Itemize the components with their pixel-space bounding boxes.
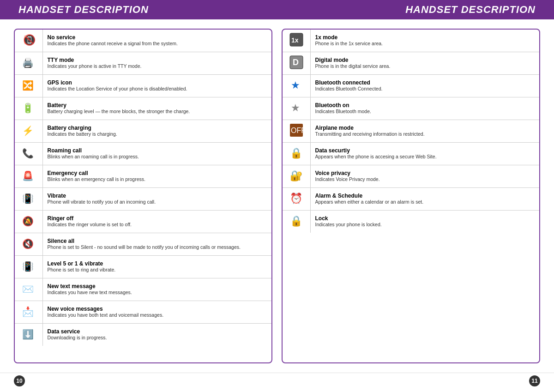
table-row: 🔇Silence allPhone is set to Silent - no … <box>15 233 271 256</box>
item-title: TTY mode <box>48 57 267 63</box>
item-desc: Indicates you have new text messages. <box>48 289 267 296</box>
item-desc: Indicates the Location Service of your p… <box>48 86 267 92</box>
item-text-ringer-off: Ringer offIndicates the ringer volume is… <box>42 211 271 233</box>
item-title: Alarm & Schedule <box>315 193 535 199</box>
right-page-number: 11 <box>529 375 540 386</box>
ringer-off-icon: 🔕 <box>15 211 42 233</box>
item-desc: Blinks when an roaming call is in progre… <box>48 154 267 160</box>
item-desc: Indicates Voice Privacy mode. <box>315 176 535 183</box>
item-title: New text message <box>48 283 267 289</box>
no-service-icon: 📵 <box>15 30 42 52</box>
table-row: ★Bluetooth connectedIndicates Bluetooth … <box>283 75 539 97</box>
svg-text:⚡: ⚡ <box>22 125 34 136</box>
item-text-silence-all: Silence allPhone is set to Silent - no s… <box>42 233 271 256</box>
table-row: 🔕Ringer offIndicates the ringer volume i… <box>15 211 271 233</box>
item-desc: Downloading is in progress. <box>48 335 267 341</box>
vibrate-icon: 📳 <box>15 188 42 211</box>
item-desc: Appears when the phone is accesing a sec… <box>315 154 535 160</box>
bt-connected-icon: ★ <box>283 75 310 97</box>
table-row: OFF Airplane modeTransmitting and receiv… <box>283 120 539 143</box>
item-text-new-voice: New voice messagesIndicates you have bot… <box>42 301 271 324</box>
svg-text:⬇️: ⬇️ <box>22 329 34 340</box>
item-title: Battery <box>48 102 267 109</box>
table-row: ★Bluetooth onIndicates Bluetooth mode. <box>283 97 539 120</box>
item-desc: Indicates you have both text and voicema… <box>48 312 267 319</box>
item-text-data-security: Data securtiyAppears when the phone is a… <box>310 143 539 165</box>
item-desc: Phone is in the 1x service area. <box>315 41 535 47</box>
item-title: Silence all <box>48 238 267 244</box>
item-desc: Battery charging level — the more blocks… <box>48 109 267 115</box>
text-msg-icon: ✉️ <box>15 278 42 301</box>
item-text-battery: BatteryBattery charging level — the more… <box>42 97 271 120</box>
tty-icon: 🖨️ <box>15 52 42 75</box>
svg-text:🔇: 🔇 <box>22 238 34 249</box>
item-desc: Phone is set to ring and vibrate. <box>48 267 267 273</box>
item-text-emergency-call: Emergency callBlinks when an emergency c… <box>42 165 271 188</box>
battery-charging-icon: ⚡ <box>15 120 42 143</box>
right-header-title: HANDSET DESCRIPTION <box>405 4 536 16</box>
voice-privacy-icon: 🔐 <box>283 165 310 188</box>
item-title: Bluetooth connected <box>315 79 535 86</box>
table-row: ✉️New text messageIndicates you have new… <box>15 278 271 301</box>
svg-text:✉️: ✉️ <box>22 283 34 295</box>
item-title: GPS icon <box>48 79 267 86</box>
roaming-icon: 📞 <box>15 143 42 165</box>
item-text-1x-mode: 1x modePhone is in the 1x service area. <box>310 30 539 52</box>
item-title: Digital mode <box>315 57 535 63</box>
table-row: 🚨Emergency callBlinks when an emergency … <box>15 165 271 188</box>
table-row: 📵 No serviceIndicates the phone cannot r… <box>15 30 271 52</box>
svg-text:📵: 📵 <box>23 34 36 46</box>
silence-icon: 🔇 <box>15 233 42 256</box>
item-title: Battery charging <box>48 125 267 131</box>
table-row: 🔀GPS iconIndicates the Location Service … <box>15 75 271 97</box>
emergency-icon: 🚨 <box>15 165 42 188</box>
table-row: 1x 1x modePhone is in the 1x service are… <box>283 30 539 52</box>
left-header-title: HANDSET DESCRIPTION <box>18 4 149 16</box>
content-area: 📵 No serviceIndicates the phone cannot r… <box>0 19 554 373</box>
1x-icon: 1x <box>283 30 310 52</box>
item-title: Data service <box>48 328 267 335</box>
item-desc: Indicates the ringer volume is set to of… <box>48 222 267 228</box>
table-row: ⚡Battery chargingIndicates the battery i… <box>15 120 271 143</box>
item-text-new-text: New text messageIndicates you have new t… <box>42 278 271 301</box>
item-text-airplane-mode: Airplane modeTransmitting and receiving … <box>310 120 539 143</box>
digital-icon: D <box>283 52 310 75</box>
item-title: Airplane mode <box>315 125 535 131</box>
svg-text:★: ★ <box>291 79 300 91</box>
table-row: ⬇️Data serviceDownloading is in progress… <box>15 324 271 346</box>
item-desc: Indicates Bluetooth mode. <box>315 109 535 115</box>
table-row: 📩New voice messagesIndicates you have bo… <box>15 301 271 324</box>
voice-msg-icon: 📩 <box>15 301 42 324</box>
item-desc: Indicates the phone cannot receive a sig… <box>48 41 267 47</box>
item-text-no-service: No serviceIndicates the phone cannot rec… <box>42 30 271 52</box>
svg-text:📩: 📩 <box>22 306 34 317</box>
left-icon-table: 📵 No serviceIndicates the phone cannot r… <box>15 30 271 346</box>
item-desc: Phone is in the digital service area. <box>315 63 535 70</box>
item-text-battery-charging: Battery chargingIndicates the battery is… <box>42 120 271 143</box>
item-title: Data securtiy <box>315 147 535 154</box>
left-panel: 📵 No serviceIndicates the phone cannot r… <box>14 29 272 363</box>
item-desc: Appears when either a calendar or an ala… <box>315 199 535 205</box>
item-title: No service <box>48 34 267 41</box>
item-desc: Transmitting and receiving information i… <box>315 131 535 138</box>
gps-icon: 🔀 <box>15 75 42 97</box>
item-title: Ringer off <box>48 215 267 222</box>
item-text-digital-mode: Digital modePhone is in the digital serv… <box>310 52 539 75</box>
item-desc: Indicates your phone is locked. <box>315 222 535 228</box>
item-text-roaming-call: Roaming callBlinks when an roaming call … <box>42 143 271 165</box>
item-title: Emergency call <box>48 170 267 176</box>
item-desc: Phone will vibrate to notify you of an i… <box>48 199 267 205</box>
table-row: 🖨️TTY modeIndicates your phone is active… <box>15 52 271 75</box>
item-text-voice-privacy: Voice privacyIndicates Voice Privacy mod… <box>310 165 539 188</box>
table-row: 🔐Voice privacyIndicates Voice Privacy mo… <box>283 165 539 188</box>
item-text-vibrate: VibratePhone will vibrate to notify you … <box>42 188 271 211</box>
table-row: D Digital modePhone is in the digital se… <box>283 52 539 75</box>
svg-text:🔋: 🔋 <box>22 103 34 114</box>
item-desc: Indicates Bluetooth Connected. <box>315 86 535 92</box>
item-title: Lock <box>315 215 535 222</box>
table-row: 📳VibratePhone will vibrate to notify you… <box>15 188 271 211</box>
svg-text:🔀: 🔀 <box>22 80 34 91</box>
table-row: ⏰Alarm & ScheduleAppears when either a c… <box>283 188 539 211</box>
item-text-gps-icon: GPS iconIndicates the Location Service o… <box>42 75 271 97</box>
item-desc: Indicates your phone is active in TTY mo… <box>48 63 267 70</box>
